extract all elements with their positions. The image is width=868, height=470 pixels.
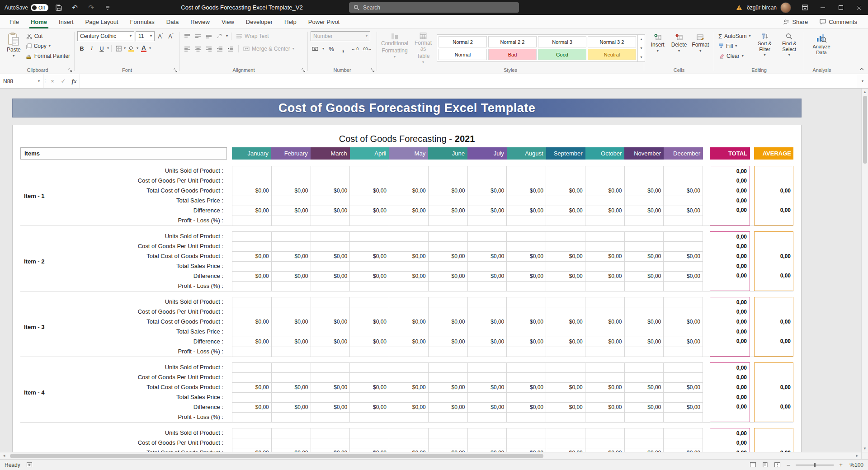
data-cell[interactable]: $0,00 [389, 186, 429, 196]
data-cell[interactable]: $0,00 [546, 317, 585, 327]
data-cell[interactable] [664, 176, 703, 186]
total-cell[interactable]: 0,00 [710, 206, 750, 216]
data-cell[interactable]: $0,00 [389, 252, 429, 262]
gallery-more-icon[interactable]: ▾ [641, 55, 642, 59]
format-cells-button[interactable]: Format ▾ [690, 31, 711, 53]
data-cell[interactable] [350, 166, 389, 176]
analyze-data-button[interactable]: AnalyzeData [807, 31, 836, 56]
data-cell[interactable] [625, 373, 664, 383]
data-cell[interactable] [625, 438, 664, 448]
name-box[interactable]: N88 ▾ [0, 74, 43, 88]
data-cell[interactable]: $0,00 [272, 337, 311, 347]
total-cell[interactable]: 0,00 [710, 261, 750, 271]
average-cell[interactable] [755, 307, 793, 317]
month-header-may[interactable]: May [389, 147, 428, 160]
total-cell[interactable]: 0,00 [710, 448, 750, 452]
data-cell[interactable] [350, 428, 389, 438]
align-middle-icon[interactable] [193, 32, 203, 41]
data-cell[interactable] [664, 373, 703, 383]
data-cell[interactable] [350, 307, 389, 317]
month-header-october[interactable]: October [585, 147, 625, 160]
data-cell[interactable] [311, 347, 350, 357]
data-cell[interactable] [625, 363, 664, 373]
data-cell[interactable] [625, 262, 664, 272]
data-cell[interactable] [429, 428, 468, 438]
total-cell[interactable]: 0,00 [710, 363, 750, 373]
data-cell[interactable] [546, 166, 585, 176]
average-cell[interactable]: 0,00 [755, 448, 793, 452]
underline-button[interactable]: U [97, 44, 106, 53]
data-cell[interactable] [546, 413, 585, 423]
data-cell[interactable]: $0,00 [546, 186, 585, 196]
data-cell[interactable] [429, 216, 468, 226]
month-header-april[interactable]: April [350, 147, 389, 160]
data-cell[interactable] [468, 413, 507, 423]
data-cell[interactable] [311, 196, 350, 206]
data-cell[interactable] [625, 307, 664, 317]
data-cell[interactable] [389, 196, 429, 206]
data-cell[interactable] [311, 413, 350, 423]
data-cell[interactable]: $0,00 [507, 448, 546, 452]
average-cell[interactable]: 0,00 [755, 251, 793, 261]
align-right-icon[interactable] [204, 44, 213, 53]
conditional-formatting-button[interactable]: Conditional Formatting ▾ [380, 31, 410, 66]
data-cell[interactable] [389, 242, 429, 252]
data-cell[interactable] [232, 347, 272, 357]
data-cell[interactable] [507, 232, 546, 242]
data-cell[interactable] [232, 438, 272, 448]
data-cell[interactable] [350, 196, 389, 206]
data-cell[interactable] [232, 232, 272, 242]
data-cell[interactable] [664, 347, 703, 357]
data-cell[interactable]: $0,00 [625, 186, 664, 196]
data-cell[interactable] [389, 307, 429, 317]
data-cell[interactable]: $0,00 [546, 448, 585, 452]
data-cell[interactable] [429, 262, 468, 272]
data-cell[interactable] [585, 393, 625, 403]
average-cell[interactable]: 0,00 [755, 402, 793, 412]
data-cell[interactable]: $0,00 [350, 272, 389, 282]
collapse-ribbon-icon[interactable] [859, 67, 864, 71]
average-cell[interactable] [755, 363, 793, 373]
wrap-text-button[interactable]: Wrap Text [235, 31, 270, 41]
data-cell[interactable] [389, 363, 429, 373]
data-cell[interactable] [546, 262, 585, 272]
data-cell[interactable]: $0,00 [272, 448, 311, 452]
data-cell[interactable] [232, 327, 272, 337]
data-cell[interactable] [311, 282, 350, 291]
data-cell[interactable] [232, 196, 272, 206]
data-cell[interactable] [350, 282, 389, 291]
data-cell[interactable] [232, 373, 272, 383]
sort-filter-button[interactable]: Sort &Filter ▾ [753, 31, 776, 61]
data-cell[interactable] [468, 242, 507, 252]
average-cell[interactable] [755, 297, 793, 307]
data-cell[interactable] [664, 262, 703, 272]
data-cell[interactable]: $0,00 [468, 252, 507, 262]
data-cell[interactable] [546, 242, 585, 252]
data-cell[interactable]: $0,00 [625, 272, 664, 282]
data-cell[interactable] [311, 242, 350, 252]
data-cell[interactable]: $0,00 [389, 383, 429, 393]
data-cell[interactable] [272, 347, 311, 357]
data-cell[interactable] [468, 176, 507, 186]
data-cell[interactable] [585, 176, 625, 186]
tab-data[interactable]: Data [160, 15, 184, 28]
data-cell[interactable]: $0,00 [311, 337, 350, 347]
data-cell[interactable] [625, 393, 664, 403]
data-cell[interactable] [468, 327, 507, 337]
total-cell[interactable]: 0,00 [710, 337, 750, 347]
data-cell[interactable] [429, 242, 468, 252]
data-cell[interactable]: $0,00 [350, 317, 389, 327]
data-cell[interactable]: $0,00 [429, 448, 468, 452]
data-cell[interactable] [507, 347, 546, 357]
merge-center-button[interactable]: Merge & Center ▾ [242, 44, 296, 54]
data-cell[interactable]: $0,00 [272, 252, 311, 262]
data-cell[interactable]: $0,00 [507, 317, 546, 327]
ribbon-display-options-icon[interactable] [796, 0, 814, 15]
data-cell[interactable]: $0,00 [311, 206, 350, 216]
style-bad[interactable]: Bad [488, 49, 537, 60]
data-cell[interactable] [350, 216, 389, 226]
data-cell[interactable] [272, 428, 311, 438]
average-cell[interactable]: 0,00 [755, 317, 793, 327]
data-cell[interactable] [429, 232, 468, 242]
data-cell[interactable]: $0,00 [232, 317, 272, 327]
